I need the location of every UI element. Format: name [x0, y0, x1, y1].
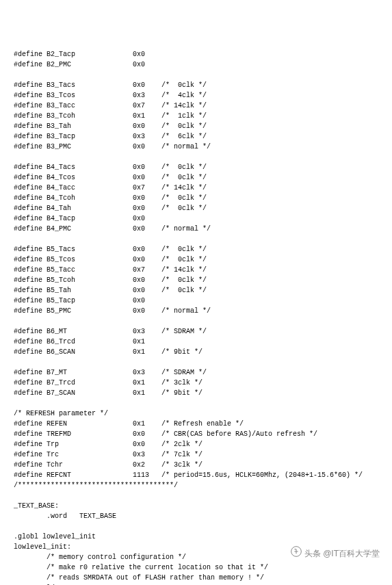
code-line: #define Trp 0x0 /* 2clk */: [14, 439, 378, 450]
code-line: /**************************************/: [14, 480, 378, 491]
code-line: #define B3_Tacc 0x7 /* 14clk */: [14, 101, 378, 111]
code-line: #define Tchr 0x2 /* 3clk */: [14, 460, 378, 470]
code-line: #define B7_Trcd 0x1 /* 3clk */: [14, 378, 378, 388]
code-line: #define B4_Tacs 0x0 /* 0clk */: [14, 162, 378, 172]
code-line: [14, 70, 378, 80]
code-line: #define B2_PMC 0x0: [14, 60, 378, 70]
code-line: #define B6_MT 0x3 /* SDRAM */: [14, 326, 378, 337]
watermark: 头条 @IT百科大学堂: [281, 534, 380, 573]
code-line: #define B7_MT 0x3 /* SDRAM */: [14, 367, 378, 378]
code-line: #define B3_PMC 0x0 /* normal */: [14, 142, 378, 152]
code-line: /* reads SMRDATA out of FLASH rather tha…: [14, 573, 378, 583]
code-line: [14, 316, 378, 326]
code-line: #define Trc 0x3 /* 7clk */: [14, 450, 378, 460]
code-line: #define B3_Tacs 0x0 /* 0clk */: [14, 80, 378, 90]
code-line: #define B4_Tacp 0x0: [14, 213, 378, 224]
code-line: #define B4_PMC 0x0 /* normal */: [14, 224, 378, 234]
code-line: _TEXT_BASE:: [14, 501, 378, 511]
code-line: #define B5_Tcos 0x0 /* 0clk */: [14, 255, 378, 265]
code-line: #define B2_Tacp 0x0: [14, 49, 378, 60]
code-line: #define B6_Trcd 0x1: [14, 337, 378, 347]
code-line: #define REFCNT 1113 /* period=15.6us, HC…: [14, 470, 378, 480]
code-line: [14, 357, 378, 367]
watermark-text: 头条 @IT百科大学堂: [304, 547, 380, 560]
code-line: #define B5_Tcoh 0x0 /* 0clk */: [14, 275, 378, 285]
code-line: #define B5_Tacs 0x0 /* 0clk */: [14, 244, 378, 255]
code-line: #define B4_Tacc 0x7 /* 14clk */: [14, 183, 378, 193]
code-line: #define B7_SCAN 0x1 /* 9bit */: [14, 388, 378, 398]
code-line: [14, 152, 378, 162]
code-line: #define B3_Tcos 0x3 /* 4clk */: [14, 90, 378, 101]
code-line: #define B5_Tah 0x0 /* 0clk */: [14, 285, 378, 296]
code-line: #define B5_Tacp 0x0: [14, 296, 378, 306]
code-line: #define B4_Tcoh 0x0 /* 0clk */: [14, 193, 378, 203]
code-line: #define B3_Tacp 0x3 /* 6clk */: [14, 131, 378, 142]
code-line: .word TEXT_BASE: [14, 511, 378, 521]
code-line: [14, 491, 378, 501]
code-line: #define B5_PMC 0x0 /* normal */: [14, 306, 378, 316]
code-line: #define B4_Tah 0x0 /* 0clk */: [14, 203, 378, 213]
code-line: #define B3_Tcoh 0x1 /* 1clk */: [14, 111, 378, 121]
code-line: #define B3_Tah 0x0 /* 0clk */: [14, 121, 378, 131]
code-line: #define TREFMD 0x0 /* CBR(CAS before RAS…: [14, 429, 378, 439]
code-line: #define B5_Tacc 0x7 /* 14clk */: [14, 265, 378, 275]
watermark-icon: [281, 534, 301, 573]
code-block: #define B2_Tacp 0x0#define B2_PMC 0x0 #d…: [14, 49, 378, 585]
code-line: [14, 234, 378, 244]
code-line: [14, 398, 378, 408]
code-line: #define REFEN 0x1 /* Refresh enable */: [14, 419, 378, 429]
code-line: #define B6_SCAN 0x1 /* 9bit */: [14, 347, 378, 357]
code-line: [14, 521, 378, 532]
code-line: #define B4_Tcos 0x0 /* 0clk */: [14, 172, 378, 183]
code-line: /* REFRESH parameter */: [14, 408, 378, 419]
